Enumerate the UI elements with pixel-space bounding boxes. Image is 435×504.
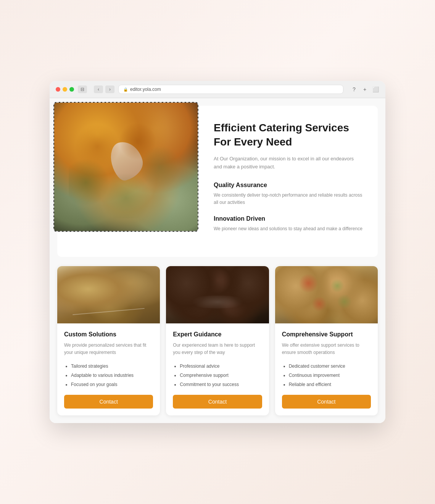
cards-section: Custom Solutions We provide personalized… — [57, 266, 378, 415]
maximize-button[interactable] — [69, 87, 74, 92]
card-2-contact-button[interactable]: Contact — [173, 395, 262, 409]
card-2-title: Expert Guidance — [173, 331, 262, 338]
feature1-title: Quality Assurance — [214, 182, 362, 189]
card-3-desc: We offer extensive support services to e… — [282, 342, 371, 356]
card-3-body: Comprehensive Support We offer extensive… — [275, 323, 378, 415]
card-1-body: Custom Solutions We provide personalized… — [57, 323, 160, 415]
address-bar[interactable]: 🔒 editor.yola.com — [118, 85, 343, 94]
hero-title: Efficient Catering Services For Every Ne… — [214, 121, 362, 149]
list-item: Adaptable to various industries — [71, 372, 153, 379]
add-tab-icon[interactable]: + — [361, 86, 369, 93]
feature2-title: Innovation Driven — [214, 215, 362, 222]
list-item: Reliable and efficient — [289, 381, 371, 388]
minimize-button[interactable] — [63, 87, 67, 92]
browser-window: ⊟ ‹ › 🔒 editor.yola.com ? + ⬜ Efficient … — [50, 81, 385, 423]
feature1-desc: We consistently deliver top-notch perfor… — [214, 192, 362, 206]
list-item: Continuous improvement — [289, 372, 371, 379]
sidebar-toggle[interactable]: ⊟ — [78, 86, 87, 93]
lock-icon: 🔒 — [123, 87, 128, 92]
card-2-list: Professional advice Comprehensive suppor… — [173, 363, 262, 388]
hero-subtitle: At Our Organization, our mission is to e… — [214, 155, 362, 171]
url-text: editor.yola.com — [130, 87, 161, 92]
card-1-list: Tailored strategies Adaptable to various… — [64, 363, 153, 388]
hero-image-wrapper — [57, 106, 202, 257]
nav-controls: ‹ › — [94, 86, 114, 93]
hero-section: Efficient Catering Services For Every Ne… — [57, 106, 378, 257]
card-2-body: Expert Guidance Our experienced team is … — [166, 323, 269, 415]
list-item: Comprehensive support — [180, 372, 262, 379]
card-custom-solutions: Custom Solutions We provide personalized… — [57, 266, 160, 415]
card-1-contact-button[interactable]: Contact — [64, 395, 153, 409]
list-item: Tailored strategies — [71, 363, 153, 370]
list-item: Commitment to your success — [180, 381, 262, 388]
card-3-contact-button[interactable]: Contact — [282, 395, 371, 409]
forward-button[interactable]: › — [105, 86, 114, 93]
browser-actions: ? + ⬜ — [350, 86, 379, 93]
close-button[interactable] — [56, 87, 60, 92]
card-comprehensive-support: Comprehensive Support We offer extensive… — [275, 266, 378, 415]
traffic-lights — [56, 87, 74, 92]
card-2-desc: Our experienced team is here to support … — [173, 342, 262, 356]
card-1-image — [57, 266, 160, 323]
list-item: Professional advice — [180, 363, 262, 370]
feature2-desc: We pioneer new ideas and solutions to st… — [214, 225, 362, 233]
page-content: Efficient Catering Services For Every Ne… — [50, 98, 385, 423]
hero-text: Efficient Catering Services For Every Ne… — [202, 106, 378, 257]
card-2-image — [166, 266, 269, 323]
card-3-title: Comprehensive Support — [282, 331, 371, 338]
extensions-icon[interactable]: ⬜ — [372, 86, 379, 93]
card-1-desc: We provide personalized services that fi… — [64, 342, 153, 356]
list-item: Focused on your goals — [71, 381, 153, 388]
card-3-list: Dedicated customer service Continuous im… — [282, 363, 371, 388]
hero-food-image — [54, 103, 198, 231]
card-3-image — [275, 266, 378, 323]
hero-image-container — [53, 102, 198, 232]
card-1-title: Custom Solutions — [64, 331, 153, 338]
list-item: Dedicated customer service — [289, 363, 371, 370]
question-icon[interactable]: ? — [350, 86, 358, 93]
back-button[interactable]: ‹ — [94, 86, 103, 93]
browser-chrome: ⊟ ‹ › 🔒 editor.yola.com ? + ⬜ — [50, 81, 385, 98]
card-expert-guidance: Expert Guidance Our experienced team is … — [166, 266, 269, 415]
